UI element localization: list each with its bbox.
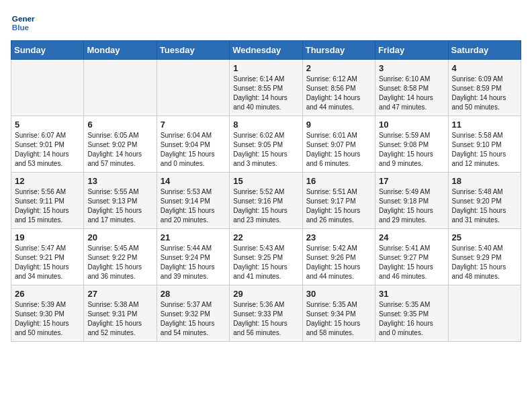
day-number: 23	[306, 232, 371, 242]
day-number: 24	[379, 232, 444, 242]
day-info: Sunrise: 5:41 AM Sunset: 9:27 PM Dayligh…	[379, 244, 444, 281]
calendar-cell: 23Sunrise: 5:42 AM Sunset: 9:26 PM Dayli…	[302, 229, 375, 285]
day-number: 15	[233, 176, 298, 186]
week-row-1: 5Sunrise: 6:07 AM Sunset: 9:01 PM Daylig…	[11, 116, 521, 173]
day-header-thursday: Thursday	[302, 41, 375, 60]
calendar-cell: 21Sunrise: 5:44 AM Sunset: 9:24 PM Dayli…	[157, 229, 229, 285]
day-number: 18	[452, 176, 517, 186]
day-info: Sunrise: 5:39 AM Sunset: 9:30 PM Dayligh…	[15, 300, 80, 338]
day-number: 5	[15, 120, 80, 130]
svg-text:Blue: Blue	[12, 23, 30, 32]
day-info: Sunrise: 5:55 AM Sunset: 9:13 PM Dayligh…	[87, 187, 152, 225]
day-info: Sunrise: 5:58 AM Sunset: 9:10 PM Dayligh…	[452, 131, 517, 169]
svg-text:General: General	[12, 14, 35, 23]
day-number: 25	[452, 232, 517, 242]
calendar-cell: 29Sunrise: 5:36 AM Sunset: 9:33 PM Dayli…	[230, 285, 302, 342]
day-number: 1	[233, 63, 298, 73]
day-number: 14	[161, 176, 226, 186]
week-row-2: 12Sunrise: 5:56 AM Sunset: 9:11 PM Dayli…	[11, 173, 521, 229]
calendar-cell: 6Sunrise: 6:05 AM Sunset: 9:02 PM Daylig…	[84, 116, 157, 173]
day-info: Sunrise: 6:02 AM Sunset: 9:05 PM Dayligh…	[233, 131, 298, 169]
calendar-cell: 7Sunrise: 6:04 AM Sunset: 9:04 PM Daylig…	[157, 116, 229, 173]
day-number: 30	[306, 289, 371, 299]
logo-icon: General Blue	[11, 11, 35, 35]
day-info: Sunrise: 5:56 AM Sunset: 9:11 PM Dayligh…	[15, 187, 80, 225]
header: General Blue	[11, 11, 521, 35]
day-info: Sunrise: 6:04 AM Sunset: 9:04 PM Dayligh…	[161, 131, 226, 169]
calendar-cell: 26Sunrise: 5:39 AM Sunset: 9:30 PM Dayli…	[11, 285, 84, 342]
calendar-cell: 1Sunrise: 6:14 AM Sunset: 8:55 PM Daylig…	[230, 60, 302, 116]
day-number: 16	[306, 176, 371, 186]
calendar-table: SundayMondayTuesdayWednesdayThursdayFrid…	[11, 40, 521, 342]
calendar-cell: 28Sunrise: 5:37 AM Sunset: 9:32 PM Dayli…	[157, 285, 229, 342]
day-number: 29	[233, 289, 298, 299]
calendar-cell: 22Sunrise: 5:43 AM Sunset: 9:25 PM Dayli…	[230, 229, 302, 285]
day-info: Sunrise: 5:59 AM Sunset: 9:08 PM Dayligh…	[379, 131, 444, 169]
week-row-4: 26Sunrise: 5:39 AM Sunset: 9:30 PM Dayli…	[11, 285, 521, 342]
day-number: 12	[15, 176, 80, 186]
calendar-cell: 31Sunrise: 5:35 AM Sunset: 9:35 PM Dayli…	[375, 285, 448, 342]
calendar-cell: 30Sunrise: 5:35 AM Sunset: 9:34 PM Dayli…	[302, 285, 375, 342]
day-header-friday: Friday	[375, 41, 448, 60]
day-number: 17	[379, 176, 444, 186]
day-number: 20	[87, 232, 152, 242]
day-header-saturday: Saturday	[448, 41, 521, 60]
calendar-cell: 8Sunrise: 6:02 AM Sunset: 9:05 PM Daylig…	[230, 116, 302, 173]
day-info: Sunrise: 5:53 AM Sunset: 9:14 PM Dayligh…	[161, 187, 226, 225]
day-info: Sunrise: 5:38 AM Sunset: 9:31 PM Dayligh…	[87, 300, 152, 338]
day-info: Sunrise: 5:37 AM Sunset: 9:32 PM Dayligh…	[161, 300, 226, 338]
day-info: Sunrise: 6:10 AM Sunset: 8:58 PM Dayligh…	[379, 75, 444, 112]
calendar-cell: 12Sunrise: 5:56 AM Sunset: 9:11 PM Dayli…	[11, 173, 84, 229]
day-number: 26	[15, 289, 80, 299]
day-info: Sunrise: 5:43 AM Sunset: 9:25 PM Dayligh…	[233, 244, 298, 281]
calendar-cell: 4Sunrise: 6:09 AM Sunset: 8:59 PM Daylig…	[448, 60, 521, 116]
day-info: Sunrise: 5:40 AM Sunset: 9:29 PM Dayligh…	[452, 244, 517, 281]
day-info: Sunrise: 5:42 AM Sunset: 9:26 PM Dayligh…	[306, 244, 371, 281]
day-info: Sunrise: 6:09 AM Sunset: 8:59 PM Dayligh…	[452, 75, 517, 112]
logo: General Blue	[11, 11, 38, 35]
day-header-monday: Monday	[84, 41, 157, 60]
day-info: Sunrise: 5:36 AM Sunset: 9:33 PM Dayligh…	[233, 300, 298, 338]
calendar-cell: 19Sunrise: 5:47 AM Sunset: 9:21 PM Dayli…	[11, 229, 84, 285]
calendar-cell: 24Sunrise: 5:41 AM Sunset: 9:27 PM Dayli…	[375, 229, 448, 285]
day-number: 13	[87, 176, 152, 186]
day-number: 9	[306, 120, 371, 130]
calendar-cell: 27Sunrise: 5:38 AM Sunset: 9:31 PM Dayli…	[84, 285, 157, 342]
day-number: 11	[452, 120, 517, 130]
day-info: Sunrise: 5:45 AM Sunset: 9:22 PM Dayligh…	[87, 244, 152, 281]
day-info: Sunrise: 5:35 AM Sunset: 9:34 PM Dayligh…	[306, 300, 371, 338]
day-header-sunday: Sunday	[11, 41, 84, 60]
day-info: Sunrise: 6:05 AM Sunset: 9:02 PM Dayligh…	[87, 131, 152, 169]
day-number: 7	[161, 120, 226, 130]
day-number: 28	[161, 289, 226, 299]
day-info: Sunrise: 5:49 AM Sunset: 9:18 PM Dayligh…	[379, 187, 444, 225]
day-info: Sunrise: 5:35 AM Sunset: 9:35 PM Dayligh…	[379, 300, 444, 338]
day-info: Sunrise: 5:51 AM Sunset: 9:17 PM Dayligh…	[306, 187, 371, 225]
day-info: Sunrise: 5:52 AM Sunset: 9:16 PM Dayligh…	[233, 187, 298, 225]
header-row: SundayMondayTuesdayWednesdayThursdayFrid…	[11, 41, 521, 60]
calendar-cell: 14Sunrise: 5:53 AM Sunset: 9:14 PM Dayli…	[157, 173, 229, 229]
day-number: 31	[379, 289, 444, 299]
day-info: Sunrise: 6:07 AM Sunset: 9:01 PM Dayligh…	[15, 131, 80, 169]
day-number: 10	[379, 120, 444, 130]
day-number: 8	[233, 120, 298, 130]
day-info: Sunrise: 5:44 AM Sunset: 9:24 PM Dayligh…	[161, 244, 226, 281]
week-row-0: 1Sunrise: 6:14 AM Sunset: 8:55 PM Daylig…	[11, 60, 521, 116]
calendar-cell: 25Sunrise: 5:40 AM Sunset: 9:29 PM Dayli…	[448, 229, 521, 285]
day-number: 4	[452, 63, 517, 73]
day-header-wednesday: Wednesday	[230, 41, 302, 60]
calendar-cell: 11Sunrise: 5:58 AM Sunset: 9:10 PM Dayli…	[448, 116, 521, 173]
calendar-cell: 20Sunrise: 5:45 AM Sunset: 9:22 PM Dayli…	[84, 229, 157, 285]
day-number: 21	[161, 232, 226, 242]
day-info: Sunrise: 5:47 AM Sunset: 9:21 PM Dayligh…	[15, 244, 80, 281]
day-info: Sunrise: 5:48 AM Sunset: 9:20 PM Dayligh…	[452, 187, 517, 225]
calendar-cell: 9Sunrise: 6:01 AM Sunset: 9:07 PM Daylig…	[302, 116, 375, 173]
calendar-cell	[448, 285, 521, 342]
calendar-cell: 5Sunrise: 6:07 AM Sunset: 9:01 PM Daylig…	[11, 116, 84, 173]
day-number: 2	[306, 63, 371, 73]
calendar-cell: 17Sunrise: 5:49 AM Sunset: 9:18 PM Dayli…	[375, 173, 448, 229]
calendar-cell: 2Sunrise: 6:12 AM Sunset: 8:56 PM Daylig…	[302, 60, 375, 116]
day-header-tuesday: Tuesday	[157, 41, 229, 60]
calendar-cell: 15Sunrise: 5:52 AM Sunset: 9:16 PM Dayli…	[230, 173, 302, 229]
day-number: 22	[233, 232, 298, 242]
